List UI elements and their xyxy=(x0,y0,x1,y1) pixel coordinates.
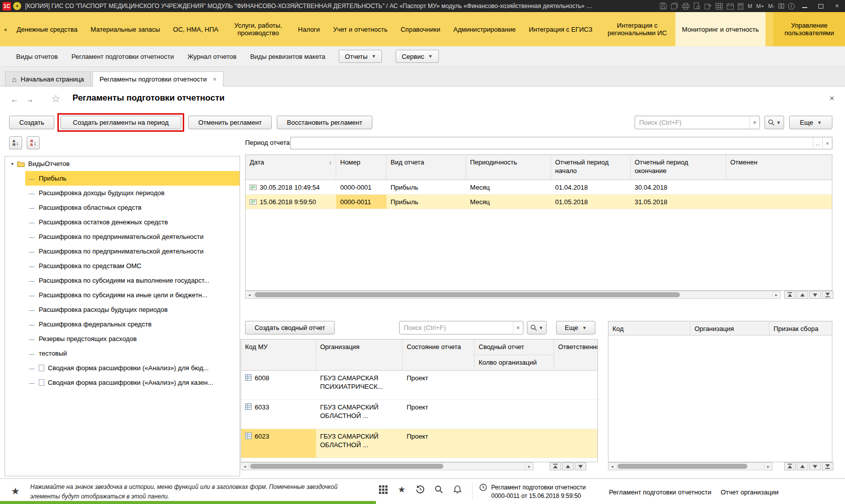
tab-home[interactable]: ⌂ Начальная страница xyxy=(5,71,91,86)
ribbon-item-regional-integration[interactable]: Интеграция с региональными ИС xyxy=(599,12,675,46)
ribbon-item-services-works[interactable]: Услуги, работы, производство xyxy=(225,12,291,46)
export-icon[interactable] xyxy=(705,3,712,10)
ribbon-item-handbooks[interactable]: Справочники xyxy=(394,12,447,46)
tree-item[interactable]: —Расшифровка по предпринимательской деят… xyxy=(5,244,240,259)
info-icon[interactable]: i xyxy=(788,3,795,10)
search-input[interactable] xyxy=(635,116,749,129)
org-search-options-button[interactable]: ▼ xyxy=(527,321,547,334)
org-more-button[interactable]: Еще▼ xyxy=(556,321,595,334)
scroll-right-icon[interactable]: ▸ xyxy=(764,463,772,470)
ellipsis-button[interactable]: ... xyxy=(813,137,822,149)
submenu-journal[interactable]: Журнал отчетов xyxy=(187,53,236,60)
tree-item-profit[interactable]: —Прибыль xyxy=(5,171,240,186)
ribbon-item-user-management[interactable]: Управление пользователями xyxy=(774,12,845,46)
ribbon-collapse-icon[interactable]: ◂ xyxy=(0,12,10,46)
go-bottom-button[interactable] xyxy=(822,462,833,470)
sort-asc-button[interactable]: АЯ↓ xyxy=(9,136,22,149)
column-header-org-count[interactable]: Колво организаций xyxy=(475,355,554,370)
ribbon-item-os-nma-npa[interactable]: ОС, НМА, НПА xyxy=(167,12,225,46)
column-header-periodicity[interactable]: Периодичность xyxy=(466,155,551,180)
tree-item[interactable]: —Расшифровка по субсидиям на выполнение … xyxy=(5,273,240,288)
search-options-button[interactable]: ▼ xyxy=(764,116,784,129)
scroll-left-icon[interactable]: ◂ xyxy=(246,291,254,298)
scroll-right-icon[interactable]: ▸ xyxy=(525,463,533,470)
horizontal-scrollbar[interactable]: ◂ ▸ xyxy=(608,462,773,470)
form-close-icon[interactable]: × xyxy=(829,94,834,104)
column-header-date[interactable]: Дата↓ xyxy=(246,155,336,180)
scroll-left-icon[interactable]: ◂ xyxy=(608,463,617,470)
column-header-mu-code[interactable]: Код МУ xyxy=(241,340,316,370)
cancel-reglament-button[interactable]: Отменить регламент xyxy=(188,116,272,129)
go-down-button[interactable] xyxy=(809,462,821,470)
tree-item[interactable]: —тестовый xyxy=(5,346,240,361)
m-button[interactable]: M xyxy=(747,3,752,9)
favorites-icon[interactable]: ★ xyxy=(397,485,406,494)
submenu-reports-dropdown[interactable]: Отчеты▼ xyxy=(339,50,382,63)
go-top-button[interactable] xyxy=(784,462,796,470)
calculator-icon[interactable] xyxy=(738,3,743,10)
org-search-input[interactable] xyxy=(400,321,513,334)
close-icon[interactable]: × xyxy=(213,75,217,83)
tab-reglaments[interactable]: Регламенты подготовки отчетности × xyxy=(93,71,223,87)
close-button[interactable]: × xyxy=(831,0,843,12)
functions-menu-icon[interactable] xyxy=(378,485,388,494)
column-header-period-end[interactable]: Отчетный период окончание xyxy=(631,155,726,180)
submenu-service-dropdown[interactable]: Сервис▼ xyxy=(396,50,438,63)
tree-item[interactable]: —Расшифровка по предпринимательской деят… xyxy=(5,229,240,244)
table-row[interactable]: 6033 ГБУЗ САМАРСКИЙ ОБЛАСТНОЙ ... Проект xyxy=(241,400,597,429)
ribbon-item-administration[interactable]: Администрирование xyxy=(447,12,522,46)
tree-item[interactable]: —Расшифровка доходы будущих периодов xyxy=(5,186,240,200)
horizontal-scrollbar[interactable]: ◂ ▸ xyxy=(241,462,533,470)
sort-desc-button[interactable]: ЯА↓ xyxy=(27,136,40,149)
horizontal-scrollbar[interactable]: ◂ ▸ xyxy=(245,291,781,299)
back-button[interactable]: ← xyxy=(8,93,21,106)
tree-item[interactable]: —Сводная форма расшифровки («Анализ») дл… xyxy=(5,361,240,375)
column-header-code[interactable]: Код xyxy=(608,321,690,335)
tree-item[interactable]: —Расшифровка остатков денежных средств xyxy=(5,215,240,229)
open-window-reglament[interactable]: Регламент подготовки отчетности xyxy=(609,488,712,496)
column-header-organization[interactable]: Организация xyxy=(690,321,770,335)
calendar-icon[interactable] xyxy=(727,3,734,10)
submenu-report-types[interactable]: Виды отчетов xyxy=(16,53,58,60)
ribbon-item-egisz-integration[interactable]: Интеграция с ЕГИСЗ xyxy=(522,12,599,46)
save-icon[interactable] xyxy=(660,3,667,10)
history-entry[interactable]: Регламент подготовки отчетности 0000-001… xyxy=(479,483,586,501)
go-down-button[interactable] xyxy=(575,462,586,470)
tree-item[interactable]: —Резервы предстоящих расходов xyxy=(5,331,240,346)
table-row[interactable]: 6008 ГБУЗ САМАРСКАЯ ПСИХИАТРИЧЕСК... Про… xyxy=(241,371,597,400)
table-icon[interactable] xyxy=(716,3,723,10)
table-row[interactable]: 30.05.2018 10:49:54 0000-0001 Прибыль Ме… xyxy=(246,180,832,195)
tree-root[interactable]: ▾ ВидыОтчетов xyxy=(5,156,240,171)
go-up-button[interactable] xyxy=(797,462,808,470)
column-header-report-state[interactable]: Состояние отчета xyxy=(403,340,475,370)
column-header-collect-flag[interactable]: Признак сбора xyxy=(770,321,832,335)
tree-item[interactable]: —Расшифровка по субсидиям на иные цели и… xyxy=(5,288,240,302)
restore-reglament-button[interactable]: Восстановить регламент xyxy=(277,116,372,129)
favorites-star-icon[interactable]: ★ xyxy=(11,485,20,497)
save-all-icon[interactable] xyxy=(671,3,678,10)
more-button[interactable]: Еще▼ xyxy=(789,116,832,129)
tree-item[interactable]: —Расшифровка по средствам ОМС xyxy=(5,259,240,273)
m-plus-button[interactable]: M+ xyxy=(756,3,764,9)
column-header-cancelled[interactable]: Отменен xyxy=(726,155,832,180)
column-header-responsible[interactable]: Ответственный xyxy=(554,340,597,370)
clear-icon[interactable]: × xyxy=(513,321,523,334)
go-down-button[interactable] xyxy=(809,291,821,299)
go-top-button[interactable] xyxy=(550,462,561,470)
scroll-right-icon[interactable]: ▸ xyxy=(772,291,780,298)
column-header-summary-report[interactable]: Сводный отчет xyxy=(475,340,554,355)
minimize-button[interactable] xyxy=(799,0,811,12)
open-window-org-report[interactable]: Отчет организации xyxy=(721,488,779,496)
favorite-star-icon[interactable]: ☆ xyxy=(51,93,60,105)
column-header-organization[interactable]: Организация xyxy=(316,340,403,370)
create-button[interactable]: Создать xyxy=(9,116,54,129)
tree-item[interactable]: —Сводная форма расшифровки («Анализ») дл… xyxy=(5,375,240,390)
ribbon-item-materials[interactable]: Материальные запасы xyxy=(84,12,167,46)
chevron-down-icon[interactable]: ▾ xyxy=(11,161,14,166)
print-icon[interactable] xyxy=(682,3,689,10)
column-header-period-start[interactable]: Отчетный период начало xyxy=(551,155,631,180)
forward-button[interactable]: → xyxy=(23,93,36,106)
search-icon[interactable] xyxy=(434,485,443,494)
go-up-button[interactable] xyxy=(562,462,574,470)
split-panel-icon[interactable] xyxy=(779,4,784,9)
